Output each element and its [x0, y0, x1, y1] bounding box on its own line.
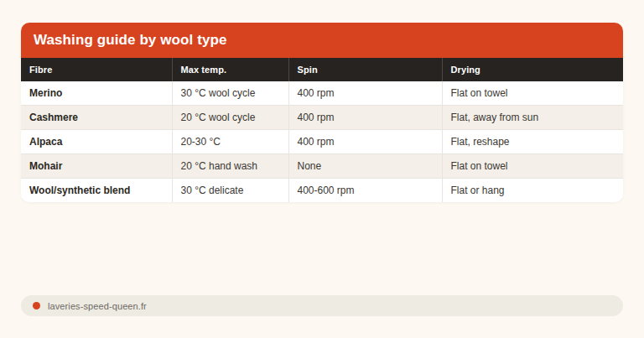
cell-spin: None [288, 154, 442, 179]
card-header: Washing guide by wool type [21, 23, 623, 58]
source-link-chip[interactable]: laveries-speed-queen.fr [21, 295, 623, 316]
cell-drying: Flat on towel [442, 154, 623, 179]
table-row: Mohair 20 °C hand wash None Flat on towe… [21, 154, 623, 179]
table-row: Alpaca 20-30 °C 400 rpm Flat, reshape [21, 130, 623, 154]
column-header-drying: Drying [442, 58, 623, 81]
cell-fibre: Cashmere [21, 106, 172, 130]
cell-max-temp: 20-30 °C [172, 130, 288, 154]
cell-spin: 400 rpm [288, 130, 442, 154]
red-dot-icon [33, 302, 40, 309]
table-header-row: Fibre Max temp. Spin Drying [21, 58, 623, 81]
column-header-fibre: Fibre [21, 58, 172, 81]
table-row: Merino 30 °C wool cycle 400 rpm Flat on … [21, 81, 623, 106]
column-header-max-temp: Max temp. [172, 58, 288, 81]
cell-drying: Flat on towel [442, 81, 623, 106]
column-header-spin: Spin [288, 58, 442, 81]
cell-spin: 400-600 rpm [288, 179, 442, 203]
washing-guide-card: Washing guide by wool type Fibre Max tem… [21, 23, 623, 202]
cell-drying: Flat, away from sun [442, 106, 623, 130]
cell-fibre: Mohair [21, 154, 172, 179]
cell-max-temp: 30 °C delicate [172, 179, 288, 203]
cell-max-temp: 20 °C wool cycle [172, 106, 288, 130]
source-domain: laveries-speed-queen.fr [48, 301, 147, 311]
washing-guide-table: Fibre Max temp. Spin Drying Merino 30 °C… [21, 58, 623, 202]
table-row: Cashmere 20 °C wool cycle 400 rpm Flat, … [21, 106, 623, 130]
cell-spin: 400 rpm [288, 81, 442, 106]
cell-max-temp: 30 °C wool cycle [172, 81, 288, 106]
cell-fibre: Wool/synthetic blend [21, 179, 172, 203]
cell-fibre: Merino [21, 81, 172, 106]
cell-drying: Flat, reshape [442, 130, 623, 154]
cell-spin: 400 rpm [288, 106, 442, 130]
cell-fibre: Alpaca [21, 130, 172, 154]
table-row: Wool/synthetic blend 30 °C delicate 400-… [21, 179, 623, 203]
cell-drying: Flat or hang [442, 179, 623, 203]
page-title: Washing guide by wool type [34, 32, 227, 49]
cell-max-temp: 20 °C hand wash [172, 154, 288, 179]
